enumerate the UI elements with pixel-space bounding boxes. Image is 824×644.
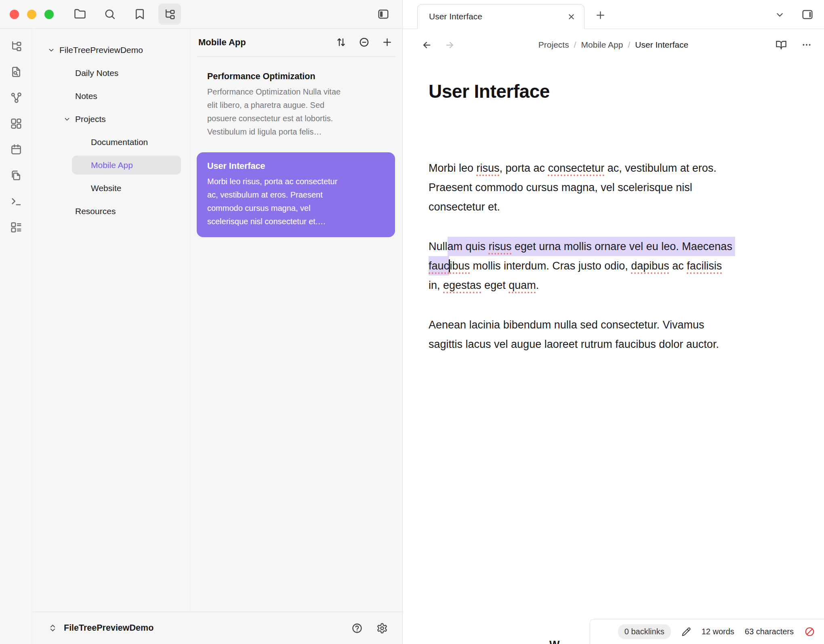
- minimize-window-button[interactable]: [27, 10, 36, 19]
- note-list-header: Mobile App: [190, 29, 402, 48]
- sync-error-icon[interactable]: [804, 626, 815, 637]
- tree-item-projects[interactable]: Projects: [33, 107, 190, 130]
- list-details-icon[interactable]: [10, 221, 22, 233]
- editor-header-actions: [776, 39, 812, 51]
- editor-paragraphs: Morbi leo risus, porta ac consectetur ac…: [429, 158, 824, 354]
- note-card-preview-line: posuere consectetur est at lobortis.: [207, 112, 385, 125]
- collapse-circle-minus-icon[interactable]: [359, 37, 370, 48]
- breadcrumb-separator: /: [574, 40, 576, 50]
- tree-item-label: Website: [91, 183, 121, 193]
- tree-item-label: Notes: [75, 91, 97, 101]
- note-list-panel: Mobile App Performance OptimizationPerfo…: [190, 29, 402, 612]
- tree-item-label: Daily Notes: [75, 68, 118, 78]
- forward-arrow-icon[interactable]: [444, 40, 455, 51]
- new-tab-icon[interactable]: [595, 10, 606, 21]
- note-card-preview-line: elit libero, a pharetra augue. Sed: [207, 99, 385, 112]
- left-sidebar-toggle-icon[interactable]: [377, 8, 389, 20]
- note-card-user-interface[interactable]: User InterfaceMorbi leo risus, porta ac …: [197, 152, 395, 237]
- breadcrumb-separator: /: [628, 40, 630, 50]
- note-list-title: Mobile App: [198, 37, 246, 48]
- more-options-icon[interactable]: [801, 40, 812, 50]
- reading-view-book-icon[interactable]: [776, 39, 787, 51]
- help-icon[interactable]: [351, 623, 363, 634]
- new-note-plus-icon[interactable]: [382, 37, 393, 48]
- history-arrows: [421, 40, 455, 51]
- tree-item-label: Resources: [75, 206, 116, 216]
- tree-item-label: FileTreePreviewDemo: [59, 45, 143, 55]
- vault-name[interactable]: FileTreePreviewDemo: [64, 623, 153, 633]
- tree-item-documentation[interactable]: Documentation: [33, 130, 190, 154]
- folder-icon[interactable]: [74, 8, 86, 20]
- tab-title: User Interface: [429, 12, 567, 21]
- breadcrumb-segment-mobile-app[interactable]: Mobile App: [581, 40, 623, 50]
- note-card-preview-line: Morbi leo risus, porta ac consectetur: [207, 175, 385, 188]
- close-window-button[interactable]: [10, 10, 19, 19]
- note-card-preview-line: commodo cursus magna, vel: [207, 202, 385, 215]
- toolbar-icons: [74, 8, 176, 20]
- backlinks-badge[interactable]: 0 backlinks: [618, 624, 671, 639]
- character-count: 63 characters: [745, 627, 794, 636]
- note-card-preview-line: Performance Optimization Nulla vitae: [207, 85, 385, 99]
- paragraph: Nullam quis risus eget urna mollis ornar…: [429, 237, 824, 295]
- gear-icon[interactable]: [376, 623, 388, 634]
- layout-dashboard-icon[interactable]: [10, 118, 22, 130]
- vault-footer-actions: [351, 623, 388, 634]
- vault-footer: FileTreePreviewDemo: [33, 612, 402, 644]
- breadcrumb-segment-projects[interactable]: Projects: [538, 40, 569, 50]
- document-title: User Interface: [429, 79, 824, 103]
- tab-user-interface[interactable]: User Interface: [417, 4, 584, 29]
- file-tree-icon[interactable]: [158, 4, 181, 25]
- editor-content[interactable]: User Interface Morbi leo risus, porta ac…: [403, 79, 824, 354]
- search-icon[interactable]: [104, 8, 116, 20]
- file-tree-icon[interactable]: [10, 40, 22, 52]
- breadcrumb-segment-user-interface[interactable]: User Interface: [635, 40, 688, 50]
- terminal-icon[interactable]: [10, 195, 22, 207]
- tree-item-mobile-app[interactable]: Mobile App: [33, 154, 190, 177]
- tab-bar-right: [774, 8, 813, 21]
- right-sidebar-toggle-icon[interactable]: [801, 8, 813, 21]
- ribbon: [0, 29, 32, 644]
- tree-item-resources[interactable]: Resources: [33, 200, 190, 223]
- tree-item-notes[interactable]: Notes: [33, 84, 190, 107]
- word-count: 12 words: [702, 627, 734, 636]
- chevron-down-icon[interactable]: [63, 115, 71, 123]
- file-tree: FileTreePreviewDemoDaily NotesNotesProje…: [33, 38, 190, 223]
- sort-order-icon[interactable]: [336, 37, 347, 48]
- note-card-preview-line: ac, vestibulum at eros. Praesent: [207, 188, 385, 202]
- note-card-list: Performance OptimizationPerformance Opti…: [190, 57, 402, 237]
- bookmark-icon[interactable]: [134, 8, 146, 20]
- vault-switcher-icon[interactable]: [48, 623, 57, 633]
- back-arrow-icon[interactable]: [421, 40, 432, 51]
- editor-pane: User Interface Projects/Mobile App/User …: [402, 0, 824, 644]
- paragraph: Morbi leo risus, porta ac consectetur ac…: [429, 158, 824, 217]
- file-search-icon[interactable]: [10, 66, 22, 78]
- traffic-lights: [10, 10, 54, 19]
- note-card-title: Performance Optimization: [207, 71, 385, 82]
- note-list-actions: [336, 37, 393, 48]
- tree-item-daily-notes[interactable]: Daily Notes: [33, 61, 190, 84]
- note-card-preview-line: Vestibulum id ligula porta felis…: [207, 125, 385, 139]
- clipped-text-fragment: . W: [543, 639, 560, 644]
- tab-list-chevron-down-icon[interactable]: [774, 9, 785, 20]
- zoom-window-button[interactable]: [44, 10, 54, 19]
- close-tab-icon[interactable]: [567, 12, 576, 21]
- note-card-performance-optimization[interactable]: Performance OptimizationPerformance Opti…: [197, 63, 395, 147]
- paragraph: Aenean lacinia bibendum nulla sed consec…: [429, 315, 824, 354]
- obsidian-window: FileTreePreviewDemoDaily NotesNotesProje…: [0, 0, 824, 644]
- chevron-down-icon[interactable]: [47, 46, 55, 54]
- tree-item-filetreepreviewdemo[interactable]: FileTreePreviewDemo: [33, 38, 190, 61]
- graph-icon[interactable]: [10, 92, 22, 104]
- note-card-title: User Interface: [207, 160, 385, 172]
- tree-item-label: Documentation: [91, 137, 148, 147]
- tree-item-label: Mobile App: [91, 160, 133, 170]
- tree-item-label: Projects: [75, 114, 106, 124]
- note-card-preview-line: scelerisque nisl consectetur et.…: [207, 215, 385, 228]
- file-tree-panel: FileTreePreviewDemoDaily NotesNotesProje…: [33, 29, 190, 612]
- copy-icon[interactable]: [10, 169, 22, 181]
- tree-item-website[interactable]: Website: [33, 177, 190, 200]
- status-bar: 0 backlinks 12 words 63 characters: [590, 619, 824, 644]
- calendar-icon[interactable]: [10, 143, 22, 156]
- breadcrumb: Projects/Mobile App/User Interface: [538, 40, 688, 50]
- window-toolbar: [0, 0, 402, 29]
- edit-mode-pencil-icon[interactable]: [681, 627, 691, 637]
